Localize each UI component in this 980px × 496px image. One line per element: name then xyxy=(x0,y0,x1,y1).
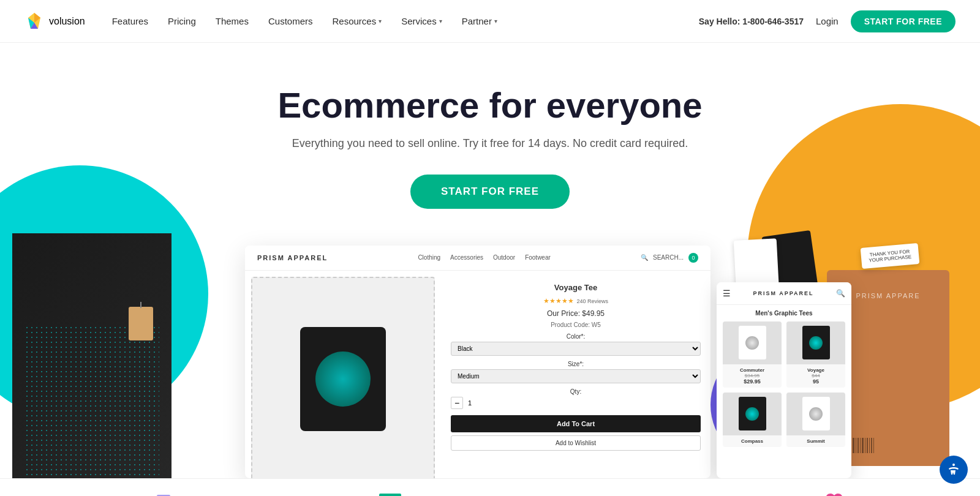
login-link[interactable]: Login xyxy=(816,16,839,26)
chevron-down-icon: ▾ xyxy=(494,18,497,24)
mobile-product-name: Compass xyxy=(726,438,778,444)
cart-icon: 0 xyxy=(688,253,698,263)
bottom-features-bar: CREATE YOUR STORE SELL YOUR PRODUCTS GRO… xyxy=(0,478,980,496)
accessibility-button[interactable] xyxy=(940,456,968,484)
product-design xyxy=(315,351,371,407)
barcode xyxy=(837,438,940,456)
product-tshirt-dark xyxy=(739,397,766,430)
store-nav-links: Clothing Accessories Outdoor Footwear xyxy=(418,254,550,261)
hero-cta-button[interactable]: START FOR FREE xyxy=(410,175,570,209)
sell-products-svg xyxy=(379,494,401,496)
mobile-product-image xyxy=(723,321,782,364)
chevron-down-icon: ▾ xyxy=(439,18,442,24)
navbar: volusion Features Pricing Themes Custome… xyxy=(0,0,980,43)
store-search: 🔍 SEARCH... 0 xyxy=(641,253,698,263)
store-mockup: PRISM APPAREL Clothing Accessories Outdo… xyxy=(245,246,710,478)
tshirt-tag xyxy=(129,307,153,340)
product-price: Our Price: $49.95 xyxy=(451,309,701,318)
nav-pricing[interactable]: Pricing xyxy=(159,11,205,31)
quantity-control: − 1 xyxy=(451,397,701,409)
mobile-product-info: Voyage $44 95 xyxy=(786,364,845,388)
product-tshirt xyxy=(300,327,386,431)
nav-themes[interactable]: Themes xyxy=(207,11,257,31)
mobile-mockup: ☰ PRISM APPAREL 🔍 Men's Graphic Tees Com… xyxy=(717,282,851,478)
store-body: Voyage Tee ★★★★★ 240 Reviews Our Price: … xyxy=(245,271,710,476)
product-design-circle xyxy=(745,336,759,350)
mobile-product-image xyxy=(723,393,782,435)
mobile-header: ☰ PRISM APPAREL 🔍 xyxy=(717,282,851,305)
qty-minus-button[interactable]: − xyxy=(451,397,463,409)
heart-icon xyxy=(823,492,845,496)
search-icon: 🔍 xyxy=(641,254,648,261)
mobile-product-grid: Commuter $34.95 $29.95 Voyage $44 95 xyxy=(717,321,851,453)
phone-label: Say Hello: 1-800-646-3517 xyxy=(699,17,804,26)
svg-rect-9 xyxy=(379,494,401,496)
mobile-product-original-price: $44 xyxy=(790,373,842,378)
hamburger-icon: ☰ xyxy=(723,288,731,298)
mobile-product-name: Summit xyxy=(790,438,842,444)
color-label: Color*: xyxy=(451,333,701,340)
mobile-product-item: Summit xyxy=(786,393,845,447)
tshirt-background xyxy=(12,233,172,478)
nav-cta-button[interactable]: START FOR FREE xyxy=(851,10,956,32)
card-text: THANK YOU FORYOUR PURCHASE xyxy=(869,249,912,263)
product-design-circle xyxy=(745,407,759,421)
store-nav-clothing: Clothing xyxy=(418,254,440,261)
product-title: Voyage Tee xyxy=(451,283,701,292)
tshirt-product-image xyxy=(12,233,172,478)
mobile-product-info: Commuter $34.95 $29.95 xyxy=(723,364,782,388)
store-navbar: PRISM APPAREL Clothing Accessories Outdo… xyxy=(245,246,710,271)
create-store-svg xyxy=(151,491,173,496)
product-design-circle xyxy=(809,407,823,421)
product-image-area xyxy=(251,277,435,478)
color-select[interactable]: Black xyxy=(451,342,701,356)
qty-label: Qty: xyxy=(451,388,701,395)
mobile-product-image xyxy=(786,321,845,364)
product-details: Voyage Tee ★★★★★ 240 Reviews Our Price: … xyxy=(441,271,710,476)
brand-name: volusion xyxy=(49,16,85,27)
size-select[interactable]: Medium xyxy=(451,369,701,383)
hero-title: Ecommerce for everyone xyxy=(12,86,968,125)
grow-icon xyxy=(611,493,633,496)
mobile-product-original-price: $34.95 xyxy=(726,373,778,378)
nav-partner[interactable]: Partner ▾ xyxy=(453,11,506,31)
product-tshirt-light xyxy=(802,397,830,430)
mobile-product-item: Compass xyxy=(723,393,782,447)
store-nav-footwear: Footwear xyxy=(525,254,551,261)
feature-we-can-help: WE CAN HELP xyxy=(805,492,864,496)
mobile-product-sale-price: $29.95 xyxy=(726,378,778,385)
hero-images: PRISM APPAREL Clothing Accessories Outdo… xyxy=(12,233,968,466)
nav-features[interactable]: Features xyxy=(104,11,157,31)
product-code: Product Code: W5 xyxy=(451,321,701,328)
mobile-category: Men's Graphic Tees xyxy=(717,305,851,321)
box-brand-text: PRISM APPARE xyxy=(837,280,940,299)
mobile-product-item: Commuter $34.95 $29.95 xyxy=(723,321,782,388)
grow-business-svg xyxy=(611,493,633,496)
add-to-cart-button[interactable]: Add To Cart xyxy=(451,415,701,432)
sell-icon xyxy=(379,494,401,496)
store-nav-accessories: Accessories xyxy=(450,254,483,261)
mobile-product-sale-price: 95 xyxy=(790,378,842,385)
feature-sell-products: SELL YOUR PRODUCTS xyxy=(342,494,438,496)
barcode-lines xyxy=(837,438,940,453)
nav-links: Features Pricing Themes Customers Resour… xyxy=(104,11,699,31)
mobile-product-image xyxy=(786,393,845,435)
star-icons: ★★★★★ xyxy=(543,297,574,304)
feature-create-store: CREATE YOUR STORE xyxy=(116,491,207,496)
product-tshirt-dark xyxy=(802,326,830,359)
store-nav-outdoor: Outdoor xyxy=(493,254,515,261)
mobile-product-name: Voyage xyxy=(790,367,842,373)
nav-services[interactable]: Services ▾ xyxy=(393,11,451,31)
nav-customers[interactable]: Customers xyxy=(260,11,322,31)
store-icon xyxy=(151,491,173,496)
svg-point-15 xyxy=(952,464,955,466)
nav-right: Say Hello: 1-800-646-3517 Login START FO… xyxy=(699,10,956,32)
add-to-wishlist-button[interactable]: Add to Wishlist xyxy=(451,435,701,451)
qty-value: 1 xyxy=(468,399,472,407)
mobile-brand-name: PRISM APPAREL xyxy=(753,290,813,296)
product-rating: ★★★★★ 240 Reviews xyxy=(451,295,701,306)
product-tshirt-light xyxy=(739,326,766,359)
nav-resources[interactable]: Resources ▾ xyxy=(323,11,390,31)
logo[interactable]: volusion xyxy=(24,12,85,31)
product-design-circle xyxy=(809,336,823,350)
